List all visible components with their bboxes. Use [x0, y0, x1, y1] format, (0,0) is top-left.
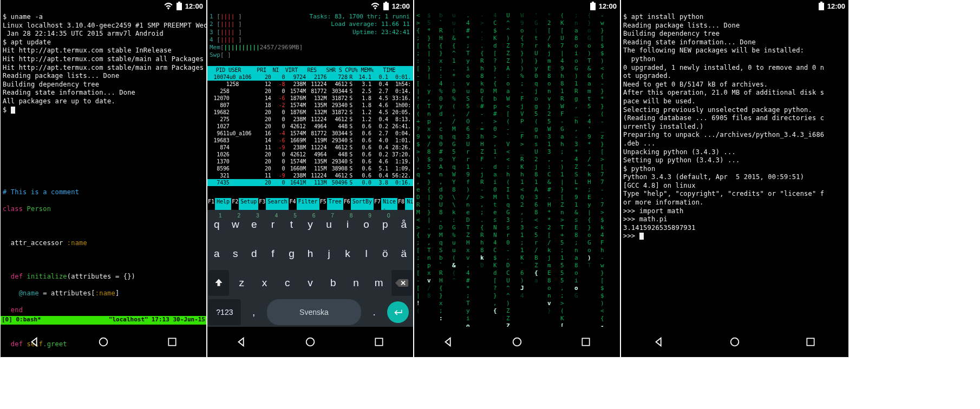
- svg-point-6: [731, 338, 739, 346]
- process-row[interactable]: 1027 200 426124964 448S 0.60.2 26:41.: [207, 123, 413, 130]
- key-symbols[interactable]: ?123: [208, 299, 241, 325]
- term-line: python: [623, 55, 846, 64]
- key-backspace[interactable]: [391, 270, 412, 296]
- matrix-column: U^^)ZZZA:oaW<[(-`V<<:h(IlqG3sr0-.DCU^^)Z…: [506, 12, 510, 327]
- nav-recent-icon[interactable]: [578, 334, 593, 349]
- key-k[interactable]: k: [339, 241, 356, 267]
- key-shift[interactable]: [208, 270, 229, 296]
- term-line: Python 3.4.3 (default, Apr 5 2015, 00:59…: [623, 173, 846, 182]
- onscreen-keyboard[interactable]: q1w2e3r4t5y6u7i8o9p0åasdfghjklöäzxcvbnm …: [207, 210, 413, 327]
- key-ö[interactable]: ö: [377, 241, 394, 267]
- terminal-output-python[interactable]: $ apt install pythonReading package list…: [623, 13, 846, 241]
- key-i[interactable]: i8: [339, 212, 356, 238]
- process-row[interactable]: 874 11-9 238M11224 4612S 0.60.4 28:26.: [207, 144, 413, 151]
- key-v[interactable]: v: [300, 270, 321, 296]
- process-row[interactable]: 9611 u0_a106 16-4 1574M81772 30344S 0.62…: [207, 130, 413, 137]
- key-u[interactable]: u7: [321, 212, 337, 238]
- key-n[interactable]: n: [345, 270, 366, 296]
- key-f[interactable]: f: [265, 241, 282, 267]
- nav-home-icon[interactable]: [303, 334, 318, 349]
- nav-back-icon[interactable]: [27, 334, 42, 349]
- nav-back-icon[interactable]: [651, 334, 667, 349]
- battery-icon: [383, 2, 389, 10]
- status-bar: 12:00: [370, 0, 410, 12]
- term-line: Building dependency tree: [623, 30, 846, 38]
- key-e[interactable]: e3: [246, 212, 263, 238]
- status-time: 12:00: [599, 2, 617, 10]
- process-row[interactable]: 1026 200 426124964 448S 0.60.2 37:20.: [207, 151, 413, 158]
- key-p[interactable]: p0: [377, 212, 394, 238]
- key-r[interactable]: r4: [265, 212, 282, 238]
- term-line: Jan 28 22:14:35 UTC 2015 armv7l Android: [3, 30, 204, 38]
- nav-home-icon[interactable]: [509, 334, 525, 349]
- nav-home-icon[interactable]: [727, 334, 742, 349]
- process-row[interactable]: 19682 200 1876M132M 31872S 1.24.5 20:05.: [207, 109, 413, 116]
- android-navbar: [207, 327, 413, 357]
- process-row[interactable]: 807 18-2 1574M135M 29340S 1.84.6 1h00:: [207, 102, 413, 109]
- svg-point-2: [306, 338, 315, 346]
- status-bar: 12:00: [590, 0, 617, 12]
- key-o[interactable]: o9: [358, 212, 375, 238]
- screenshot-cmatrix: 12:00 <>{;[;:[-[|!((+?9$>),q,eDRM<>{;[;:…: [414, 0, 620, 357]
- htop-process-list[interactable]: 10074 u0_a106 200 97242176 728R 14.10.1 …: [207, 74, 413, 186]
- key-space[interactable]: Svenska: [267, 299, 361, 325]
- process-row[interactable]: 275 200 238M11224 4612S 1.20.4 8:13.: [207, 116, 413, 123]
- process-row[interactable]: 1370 200 1574M135M 29340S 0.64.6 1:19.: [207, 158, 413, 165]
- htop-load: Load average: 11.66 11: [310, 21, 410, 28]
- nav-recent-icon[interactable]: [165, 334, 180, 349]
- key-comma[interactable]: ,: [243, 299, 265, 325]
- nav-recent-icon[interactable]: [371, 334, 387, 349]
- term-line: 0 upgraded, 1 newly installed, 0 to remo…: [623, 64, 846, 72]
- process-row[interactable]: 321 11-9 238M11224 4612S 0.60.4 56:22.: [207, 172, 413, 179]
- key-g[interactable]: g: [283, 241, 300, 267]
- key-x[interactable]: x: [254, 270, 275, 296]
- nav-back-icon[interactable]: [441, 334, 456, 349]
- process-row[interactable]: 1 258 12-8 238M11224 4612S 3.10.4 1h54:: [207, 81, 413, 88]
- status-time: 12:00: [827, 2, 845, 10]
- process-row[interactable]: 19683 14-6 1669M119M 29340S 0.64.0 1:01.: [207, 137, 413, 144]
- process-row[interactable]: 8596 200 1660M115M 38908S 0.65.1 1:09.: [207, 165, 413, 172]
- key-w[interactable]: w2: [227, 212, 244, 238]
- term-line: or more information.: [623, 199, 846, 207]
- key-y[interactable]: y6: [302, 212, 319, 238]
- term-line: Reading package lists... Done: [623, 22, 846, 30]
- terminal-output-top[interactable]: $ uname -aLinux localhost 3.10.40-geec24…: [3, 13, 204, 114]
- key-q[interactable]: q1: [208, 212, 225, 238]
- key-s[interactable]: s: [227, 241, 244, 267]
- key-b[interactable]: b: [323, 270, 343, 296]
- key-h[interactable]: h: [302, 241, 319, 267]
- key-dot[interactable]: .: [363, 299, 385, 325]
- key-c[interactable]: c: [277, 270, 298, 296]
- htop-uptime: Uptime: 23:42:41: [310, 29, 410, 36]
- key-å[interactable]: å: [395, 212, 412, 238]
- term-line: Hit http://apt.termux.com stable/main ar…: [3, 64, 204, 72]
- key-j[interactable]: j: [321, 241, 337, 267]
- process-row[interactable]: 258 200 1574M81772 30344S 2.52.7 0:14.: [207, 88, 413, 95]
- key-t[interactable]: t5: [283, 212, 300, 238]
- process-row[interactable]: 10074 u0_a106 200 97242176 728R 14.10.1 …: [207, 74, 413, 81]
- term-line: Preparing to unpack .../archives/python_…: [623, 131, 846, 140]
- key-enter[interactable]: [387, 301, 409, 323]
- key-ä[interactable]: ä: [395, 241, 412, 267]
- matrix-column: b`RH{}x;:4%0yd,cq0#oAn,dQU8.DMqSb`RH{}x;…: [439, 12, 443, 322]
- status-bar: 12:00: [164, 0, 203, 12]
- process-row[interactable]: 12070 14-6 1876M132M 31872S 1.84.5 33:16…: [207, 95, 413, 102]
- term-line: Need to get 0 B/5147 kB of archives.: [623, 81, 846, 89]
- nav-recent-icon[interactable]: [803, 334, 818, 349]
- matrix-column: -w}[$$)<{-}*}(-_z}[>[77-.7>$k4Fh-w}[$$)<…: [600, 12, 604, 327]
- term-line: Type "help", "copyright", "credits" or "…: [623, 190, 846, 199]
- nav-home-icon[interactable]: [96, 334, 111, 349]
- term-line: After this operation, 21.0 MB of additio…: [623, 89, 846, 97]
- matrix-column: .4#*;TyiovuS5/O63Urr19f)/neDTZHxv.4#*;Ty…: [466, 12, 470, 327]
- term-line: Building dependency tree: [3, 81, 204, 89]
- key-l[interactable]: l: [358, 241, 375, 267]
- key-m[interactable]: m: [369, 270, 389, 296]
- key-a[interactable]: a: [208, 241, 225, 267]
- process-row[interactable]: 7435 200 1641M113M 50496S 0.03.8 0:16.: [207, 179, 413, 186]
- svg-rect-1: [168, 338, 175, 345]
- nav-back-icon[interactable]: [234, 334, 249, 349]
- term-line: [GCC 4.8] on linux: [623, 182, 846, 190]
- matrix-column: <>{;[;:[-[|!((+?9$>),q,eDRM<>{;[;:[-[|!(: [416, 12, 420, 315]
- key-z[interactable]: z: [231, 270, 252, 296]
- key-d[interactable]: d: [246, 241, 263, 267]
